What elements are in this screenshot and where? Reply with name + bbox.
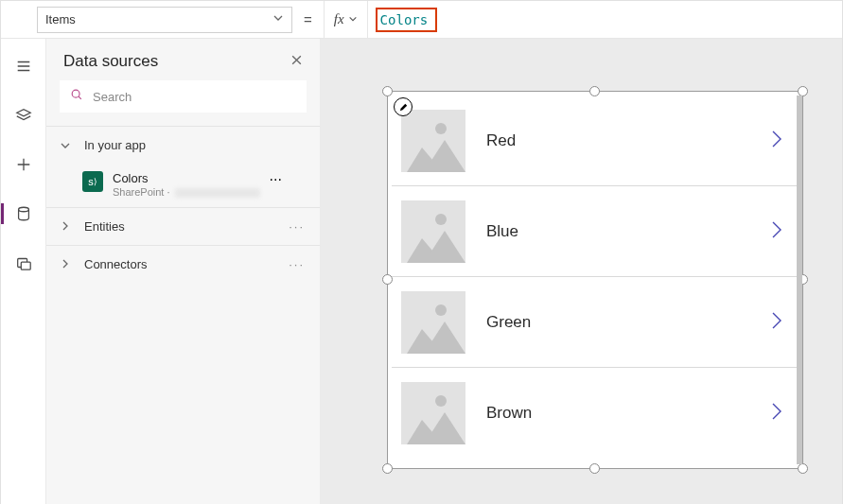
image-placeholder-icon [401, 200, 465, 263]
fx-label: fx [334, 11, 344, 27]
section-label: Connectors [84, 257, 147, 271]
section-entities[interactable]: Entities ··· [46, 208, 320, 245]
chevron-down-icon [272, 12, 284, 26]
resize-handle[interactable] [589, 463, 600, 474]
formula-input[interactable]: Colors [368, 1, 842, 38]
list-item[interactable]: Red [392, 96, 797, 186]
chevron-right-icon[interactable] [770, 401, 783, 426]
gallery-control[interactable]: Red Blue Green Brown [387, 91, 803, 469]
canvas[interactable]: Red Blue Green Brown [321, 39, 842, 504]
section-label: In your app [84, 138, 146, 152]
image-placeholder-icon [401, 110, 465, 172]
chevron-right-icon[interactable] [770, 219, 783, 244]
equals-icon: = [304, 11, 312, 27]
data-source-entry[interactable]: s⟩ Colors SharePoint · ··· [46, 164, 320, 207]
item-title: Brown [486, 404, 749, 423]
left-rail [1, 39, 46, 504]
item-title: Green [486, 313, 749, 332]
section-connectors[interactable]: Connectors ··· [46, 246, 320, 283]
close-icon[interactable] [290, 54, 303, 69]
fx-button[interactable]: fx [325, 11, 361, 27]
formula-text: Colors [376, 8, 438, 32]
sharepoint-icon: s⟩ [82, 171, 103, 192]
list-item[interactable]: Blue [392, 186, 797, 277]
gallery-items: Red Blue Green Brown [392, 96, 797, 464]
image-placeholder-icon [401, 382, 465, 444]
formula-bar: Items = fx Colors [1, 1, 842, 39]
more-icon[interactable]: ··· [289, 257, 305, 271]
rail-insert[interactable] [1, 99, 46, 131]
section-label: Entities [84, 219, 125, 234]
list-item[interactable]: Brown [392, 368, 797, 459]
search-icon [70, 88, 83, 105]
chevron-right-icon [60, 258, 73, 269]
list-item[interactable]: Green [392, 277, 797, 368]
chevron-right-icon[interactable] [770, 310, 783, 335]
item-title: Blue [486, 222, 749, 241]
rail-media[interactable] [1, 247, 46, 279]
chevron-right-icon [60, 220, 73, 232]
search-field[interactable] [91, 89, 296, 105]
section-in-your-app[interactable]: In your app [46, 127, 320, 164]
resize-handle[interactable] [798, 463, 808, 474]
item-title: Red [486, 131, 749, 150]
property-selector[interactable]: Items [37, 7, 292, 33]
more-icon[interactable]: ··· [270, 171, 282, 188]
svg-rect-2 [21, 262, 30, 269]
search-input[interactable] [60, 80, 307, 113]
rail-data[interactable] [1, 198, 46, 230]
scrollbar[interactable] [797, 96, 802, 464]
chevron-down-icon [348, 14, 358, 26]
data-source-connector: SharePoint · [113, 186, 260, 198]
edit-icon[interactable] [394, 97, 413, 116]
data-sources-panel: Data sources In your app [46, 39, 321, 504]
svg-point-0 [18, 207, 28, 212]
rail-tree-view[interactable] [1, 50, 46, 82]
chevron-down-icon [60, 140, 73, 151]
data-source-name: Colors [113, 171, 260, 186]
rail-add[interactable] [1, 148, 46, 181]
image-placeholder-icon [401, 291, 465, 354]
resize-handle[interactable] [382, 463, 393, 474]
panel-title: Data sources [63, 52, 158, 71]
svg-point-3 [72, 90, 79, 97]
more-icon[interactable]: ··· [289, 219, 305, 234]
property-name: Items [45, 12, 76, 26]
chevron-right-icon[interactable] [770, 129, 783, 153]
